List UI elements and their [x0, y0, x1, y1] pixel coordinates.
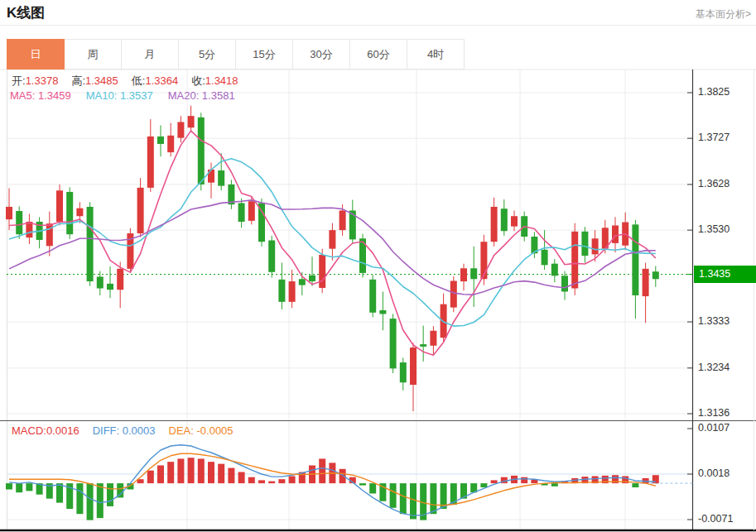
- page-title: K线图: [7, 3, 45, 22]
- tab-5min[interactable]: 5分: [178, 39, 236, 69]
- y-axis-label: 1.3333: [698, 315, 730, 327]
- open-label: 开:: [12, 74, 26, 87]
- close-label: 收:: [191, 74, 205, 87]
- high-readout: 高:1.3485: [71, 74, 118, 89]
- tab-month[interactable]: 月: [121, 39, 179, 69]
- high-label: 高:: [71, 74, 85, 87]
- right-edge-border: [754, 69, 754, 530]
- open-readout: 开:1.3378: [12, 74, 58, 89]
- y-axis-label: 0.0018: [698, 467, 730, 479]
- y-axis-label: 1.3530: [698, 223, 730, 235]
- current-price-tag: 1.3435: [694, 266, 756, 283]
- high-value: 1.3485: [85, 74, 118, 87]
- close-value: 1.3418: [205, 74, 238, 87]
- tab-60min[interactable]: 60分: [349, 39, 407, 69]
- tab-15min[interactable]: 15分: [235, 39, 293, 69]
- header-divider: [0, 25, 756, 26]
- diff-value: DIFF: 0.0003: [93, 424, 156, 437]
- tab-4hour[interactable]: 4时: [407, 39, 465, 69]
- macd-value: MACD:0.0016: [12, 424, 79, 437]
- ma20-readout: MA20: 1.3581: [168, 89, 235, 102]
- macd-readout: MACD:0.0016 DIFF: 0.0003 DEA: -0.0005: [12, 424, 234, 437]
- current-price-value: 1.3435: [699, 268, 730, 280]
- tab-30min[interactable]: 30分: [292, 39, 350, 69]
- y-axis-label: 1.3727: [698, 132, 730, 143]
- y-axis-label: 0.0107: [698, 422, 730, 434]
- low-readout: 低:1.3364: [132, 74, 178, 89]
- ma5-readout: MA5: 1.3459: [10, 89, 71, 102]
- ma-readout: MA5: 1.3459 MA10: 1.3537 MA20: 1.3581: [10, 89, 235, 102]
- y-axis-label: 1.3234: [698, 362, 730, 373]
- ohlc-readout: 开:1.3378 高:1.3485 低:1.3364 收:1.3418: [12, 74, 238, 89]
- tab-day[interactable]: 日: [7, 39, 65, 69]
- period-tabbar: 日 周 月 5分 15分 30分 60分 4时: [7, 39, 465, 69]
- dea-value: DEA: -0.0005: [169, 424, 234, 437]
- open-value: 1.3378: [26, 74, 59, 87]
- close-readout: 收:1.3418: [191, 74, 238, 89]
- low-label: 低:: [132, 74, 146, 87]
- y-axis-label: -0.0071: [698, 513, 733, 525]
- tab-week[interactable]: 周: [64, 39, 122, 69]
- y-axis-label: 1.3136: [698, 407, 730, 419]
- low-value: 1.3364: [145, 74, 178, 87]
- ma10-readout: MA10: 1.3537: [86, 89, 153, 102]
- y-axis-label: 1.3825: [698, 86, 730, 98]
- fundamental-analysis-link[interactable]: 基本面分析>: [696, 7, 751, 22]
- y-axis-label: 1.3628: [698, 178, 730, 189]
